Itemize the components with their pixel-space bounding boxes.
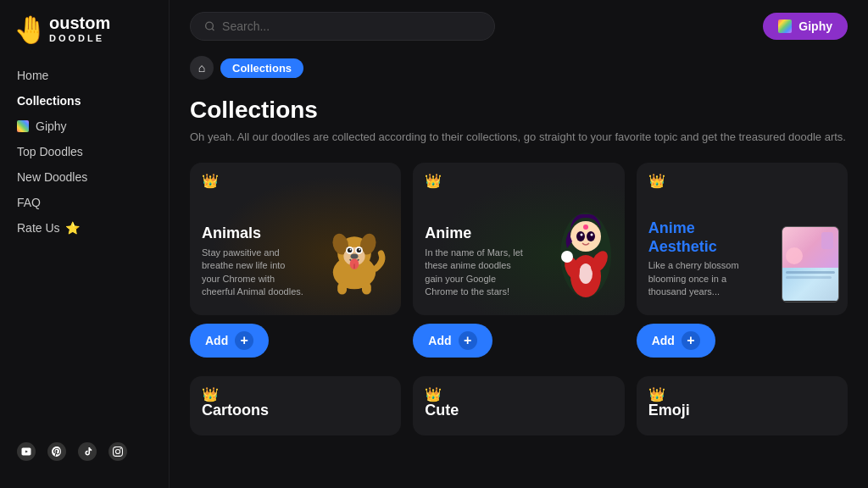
card-emoji[interactable]: 👑 Emoji <box>637 376 848 435</box>
sidebar-item-giphy[interactable]: Giphy <box>0 114 169 139</box>
breadcrumb: ⌂ Collections <box>170 53 868 90</box>
card-cute-title: Cute <box>425 402 612 420</box>
card-anime-image <box>555 204 616 302</box>
card-cartoons-title: Cartoons <box>202 402 389 420</box>
giphy-icon <box>17 120 29 132</box>
logo-hand-icon: 🤚 <box>14 14 47 46</box>
instagram-icon[interactable] <box>108 442 127 461</box>
svg-rect-16 <box>362 282 371 294</box>
crown-icon-aesthetic: 👑 <box>648 173 665 189</box>
logo: 🤚 oustom DOODLE <box>0 14 169 63</box>
add-label-anime: Add <box>428 334 451 347</box>
nav-group: Home Collections Giphy Top Doodles New D… <box>0 63 169 251</box>
card-anime[interactable]: 👑 Anime In the name of Mars, let these a… <box>413 163 624 364</box>
card-anime-aesthetic[interactable]: 👑 Anime Aesthetic Like a cherry blossom … <box>637 163 848 364</box>
sidebar-item-new-doodles-label: New Doodles <box>17 170 87 184</box>
giphy-button-label: Giphy <box>798 19 832 33</box>
svg-point-19 <box>579 263 593 284</box>
svg-point-9 <box>357 247 361 252</box>
topbar: Giphy <box>170 0 868 53</box>
sidebar-item-giphy-label: Giphy <box>36 119 67 133</box>
search-icon <box>204 20 215 32</box>
card-anime-title: Anime <box>425 225 528 243</box>
svg-point-24 <box>576 231 585 241</box>
page-description: Oh yeah. All our doodles are collected a… <box>190 129 848 146</box>
svg-point-0 <box>206 22 214 30</box>
breadcrumb-home[interactable]: ⌂ <box>190 56 214 80</box>
svg-rect-15 <box>338 282 348 294</box>
card-aesthetic-image <box>782 226 839 302</box>
social-links <box>0 429 169 474</box>
add-plus-icon-anime: + <box>459 331 477 350</box>
add-button-anime[interactable]: Add + <box>413 324 492 358</box>
add-button-aesthetic[interactable]: Add + <box>637 324 715 358</box>
add-label-aesthetic: Add <box>652 334 675 347</box>
add-label-animals: Add <box>205 334 228 347</box>
card-cartoons[interactable]: 👑 Cartoons <box>190 376 401 435</box>
add-button-animals[interactable]: Add + <box>190 324 269 358</box>
crown-icon-cartoons: 👑 <box>202 386 219 402</box>
sidebar-item-rate-us-label: Rate Us <box>17 221 60 235</box>
tiktok-icon[interactable] <box>78 442 97 461</box>
svg-point-10 <box>350 248 352 250</box>
sidebar-item-top-doodles-label: Top Doodles <box>17 145 83 158</box>
search-bar[interactable] <box>190 12 495 41</box>
add-plus-icon-aesthetic: + <box>682 331 700 350</box>
sidebar-item-collections-label: Collections <box>17 94 81 108</box>
sidebar-item-top-doodles[interactable]: Top Doodles <box>0 139 169 164</box>
card-aesthetic-desc: Like a cherry blossom blooming once in a… <box>648 259 757 298</box>
svg-point-27 <box>590 233 593 236</box>
content-area: Collections Oh yeah. All our doodles are… <box>170 90 868 488</box>
svg-point-11 <box>359 248 361 250</box>
card-animals-title: Animals <box>202 225 305 243</box>
card-aesthetic-title: Anime Aesthetic <box>648 219 757 256</box>
svg-point-8 <box>348 247 352 252</box>
giphy-button[interactable]: Giphy <box>763 13 848 40</box>
search-input[interactable] <box>222 19 481 33</box>
youtube-icon[interactable] <box>17 442 36 461</box>
crown-icon-emoji: 👑 <box>648 386 665 402</box>
breadcrumb-tag-label: Collections <box>232 62 292 75</box>
page-title: Collections <box>190 97 848 124</box>
card-cute[interactable]: 👑 Cute <box>413 376 624 435</box>
svg-point-28 <box>583 225 588 230</box>
svg-point-22 <box>561 251 573 263</box>
home-icon: ⌂ <box>198 61 205 75</box>
crown-icon-animals: 👑 <box>202 173 219 189</box>
sidebar-item-rate-us[interactable]: Rate Us ⭐ <box>0 215 169 241</box>
card-animals-image <box>316 223 392 302</box>
sidebar-item-home-label: Home <box>17 69 48 82</box>
sidebar: 🤚 oustom DOODLE Home Collections Giphy T… <box>0 0 170 488</box>
sidebar-item-new-doodles[interactable]: New Doodles <box>0 164 169 190</box>
card-anime-desc: In the name of Mars, let these anime doo… <box>425 247 528 299</box>
svg-point-12 <box>351 253 359 258</box>
sidebar-item-collections[interactable]: Collections <box>0 88 169 114</box>
star-icon: ⭐ <box>65 221 80 235</box>
sidebar-item-faq[interactable]: FAQ <box>0 190 169 215</box>
cards-grid: 👑 Animals Stay pawsitive and breathe new… <box>190 163 848 435</box>
pinterest-icon[interactable] <box>47 442 66 461</box>
svg-point-25 <box>587 231 595 241</box>
svg-point-26 <box>580 233 582 236</box>
card-animals[interactable]: 👑 Animals Stay pawsitive and breathe new… <box>190 163 401 364</box>
crown-icon-cute: 👑 <box>425 386 442 402</box>
giphy-button-icon <box>778 19 792 33</box>
main-content: Giphy ⌂ Collections Collections Oh yeah.… <box>170 0 868 488</box>
crown-icon-anime: 👑 <box>425 173 442 189</box>
logo-sub: DOODLE <box>49 33 110 43</box>
add-plus-icon-animals: + <box>235 331 253 350</box>
sidebar-item-faq-label: FAQ <box>17 196 41 209</box>
breadcrumb-collections-tag[interactable]: Collections <box>220 58 303 78</box>
sidebar-item-home[interactable]: Home <box>0 63 169 88</box>
card-animals-desc: Stay pawsitive and breathe new life into… <box>202 247 305 299</box>
card-emoji-title: Emoji <box>648 402 836 420</box>
logo-name: oustom <box>49 14 110 33</box>
